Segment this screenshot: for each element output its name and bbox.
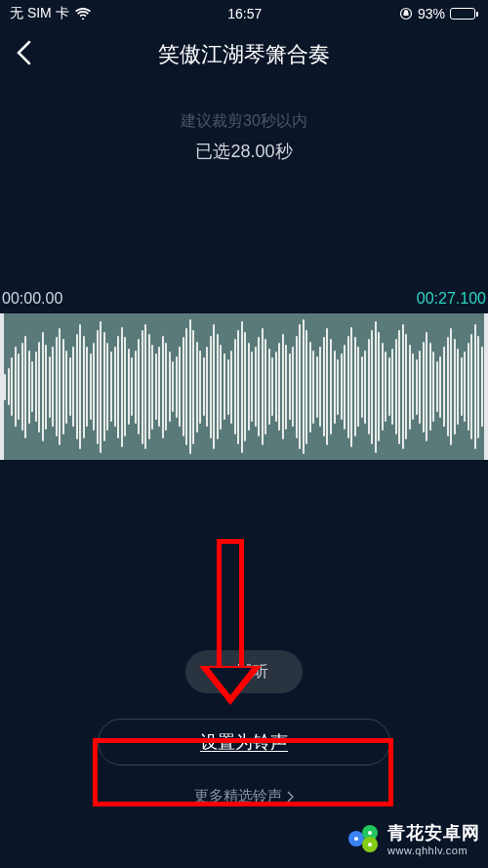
more-ringtones-label: 更多精选铃声 [194, 787, 282, 806]
carrier-text: 无 SIM 卡 [10, 5, 69, 22]
header: 笑傲江湖琴箫合奏 [0, 27, 488, 82]
watermark-url: www.qhhlv.com [387, 845, 480, 856]
waveform-area: 00:00.00 00:27.100 [0, 290, 488, 460]
rotation-lock-icon [399, 7, 413, 21]
chevron-right-icon [286, 791, 294, 803]
trim-handle-left[interactable] [0, 313, 4, 460]
end-time: 00:27.100 [417, 290, 486, 308]
start-time: 00:00.00 [2, 290, 62, 308]
trim-handle-right[interactable] [484, 313, 488, 460]
set-ringtone-button[interactable]: 设置为铃声 [98, 719, 390, 765]
waveform[interactable] [0, 313, 488, 460]
status-right: 93% [399, 6, 478, 21]
more-ringtones-link[interactable]: 更多精选铃声 [0, 787, 488, 806]
trim-hint: 建议裁剪30秒以内 [0, 111, 488, 132]
status-bar: 无 SIM 卡 16:57 93% [0, 0, 488, 27]
preview-label: 试听 [237, 662, 268, 682]
selected-duration: 已选28.00秒 [0, 140, 488, 163]
battery-icon [450, 8, 478, 20]
status-time: 16:57 [227, 6, 262, 21]
preview-button[interactable]: 试听 [185, 650, 303, 693]
svg-point-4 [354, 837, 358, 841]
status-left: 无 SIM 卡 [10, 5, 91, 22]
set-ringtone-label: 设置为铃声 [200, 730, 288, 754]
svg-point-5 [368, 831, 372, 835]
watermark: 青花安卓网 www.qhhlv.com [346, 821, 480, 856]
play-icon [220, 666, 229, 678]
watermark-logo-icon [346, 821, 382, 856]
page-title: 笑傲江湖琴箫合奏 [16, 40, 472, 69]
back-button[interactable] [16, 40, 31, 69]
battery-percent: 93% [418, 6, 445, 21]
wifi-icon [75, 8, 91, 20]
svg-point-6 [368, 843, 372, 847]
timestamps: 00:00.00 00:27.100 [0, 290, 488, 308]
watermark-brand: 青花安卓网 [387, 821, 480, 845]
